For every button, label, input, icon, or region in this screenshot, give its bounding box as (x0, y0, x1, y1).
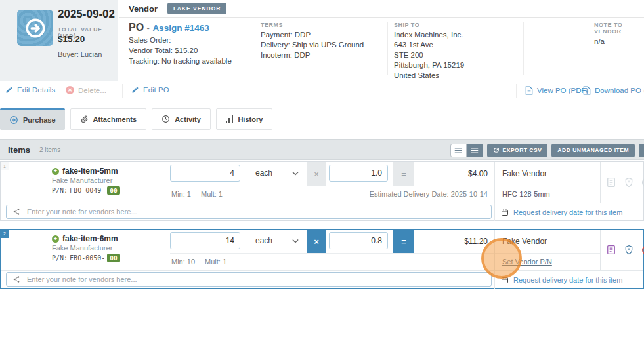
compact-view-button[interactable] (467, 144, 483, 157)
divider (494, 162, 495, 203)
ship-to-line: 643 1st Ave (394, 41, 464, 49)
po-info-column: PO - Assign #1463 Sales Order: Vendor To… (129, 22, 232, 65)
divider (494, 230, 495, 270)
po-date: 2025-09-02 (58, 8, 115, 21)
tab-attachments-label: Attachments (93, 115, 137, 123)
note-doc-icon[interactable] (607, 245, 616, 255)
share-icon (12, 275, 20, 283)
detailed-view-button[interactable] (450, 144, 467, 157)
export-icon (493, 147, 500, 153)
export-csv-button[interactable]: EXPORT CSV (487, 144, 548, 157)
divider (523, 22, 524, 75)
terms-column: TERMS Payment: DDP Delivery: Ship via UP… (261, 22, 364, 59)
add-unmanaged-item-button[interactable]: ADD UNMANAGED ITEM (551, 144, 635, 157)
request-delivery-link[interactable]: Request delivery date for this item (513, 209, 622, 216)
item-action-icons (600, 230, 644, 270)
item-row: 1 + fake-item-5mm Fake Manufacturer P/N:… (0, 161, 644, 221)
tab-history[interactable]: History (216, 108, 272, 130)
unit-value: each (255, 236, 272, 245)
request-delivery-area: Request delivery date for this item (494, 203, 643, 221)
clock-icon (161, 115, 170, 123)
terms-incoterm: Incoterm: DDP (261, 51, 364, 59)
share-icon (12, 208, 20, 216)
terms-delivery: Delivery: Ship via UPS Ground (261, 41, 364, 49)
quantity-input[interactable] (170, 165, 240, 182)
partial-button[interactable] (639, 144, 644, 157)
ship-to-line: Index Machines, Inc. (394, 31, 464, 39)
items-header-bar: Items 2 items EXPORT CSV ADD UNMANAGED I… (0, 139, 644, 160)
edit-details-button[interactable]: Edit Details (5, 86, 55, 94)
divider (122, 84, 123, 98)
edit-details-label: Edit Details (17, 86, 55, 94)
ship-to-line: United States (394, 71, 464, 79)
mult-order: Mult: 1 (201, 190, 223, 198)
request-delivery-link[interactable]: Request delivery date for this item (513, 276, 622, 284)
pencil-icon (5, 86, 13, 94)
edit-po-button[interactable]: Edit PO (131, 86, 169, 94)
ship-to-column: SHIP TO Index Machines, Inc. 643 1st Ave… (394, 22, 464, 79)
unit-select[interactable]: each (245, 232, 304, 249)
calendar-icon (501, 276, 509, 284)
vendor-note-input[interactable] (26, 275, 485, 284)
set-vendor-pn-link[interactable]: Set Vendor P/N (502, 254, 552, 270)
action-row: Edit Details ✕ Delete... Edit PO View PO… (0, 81, 644, 102)
tab-purchase[interactable]: Purchase (0, 108, 65, 130)
shield-icon (624, 177, 633, 188)
po-assign-link[interactable]: Assign #1463 (152, 23, 209, 33)
calendar-icon (501, 209, 509, 216)
multiply-operator: × (307, 230, 326, 253)
mult-order: Mult: 1 (205, 258, 226, 266)
terms-label: TERMS (261, 22, 364, 28)
unit-price-input[interactable] (329, 232, 388, 249)
line-total: $11.20 (414, 230, 488, 253)
vendor-note-row: Request delivery date for this item (1, 270, 643, 288)
item-manufacturer: Fake Manufacturer (52, 244, 120, 252)
vendor-bar: Vendor FAKE VENDOR (119, 0, 644, 18)
vendor-part-number: HFC-128-5mm (502, 186, 550, 203)
circle-arrow-icon (24, 17, 47, 39)
vendor-badge: FAKE VENDOR (167, 3, 226, 14)
po-title: PO (129, 22, 144, 33)
equals-operator: = (393, 230, 414, 253)
view-po-label: View PO (PDF) (537, 87, 588, 94)
buyer: Buyer: Lucian (58, 50, 102, 58)
quantity-input[interactable] (170, 232, 240, 249)
unit-value: each (255, 169, 272, 178)
ship-to-line: Pittsburgh, PA 15219 (394, 61, 464, 69)
ship-to-line: STE 200 (394, 51, 464, 59)
divider (387, 22, 388, 75)
chevron-down-icon (292, 239, 299, 243)
list-compact-icon (471, 147, 479, 154)
list-detail-icon (454, 147, 462, 154)
tab-purchase-label: Purchase (23, 116, 56, 124)
item-row: 2 + fake-item-6mm Fake Manufacturer P/N:… (0, 229, 644, 289)
unit-select[interactable]: each (245, 165, 304, 182)
items-bar-controls: EXPORT CSV ADD UNMANAGED ITEM (450, 140, 644, 161)
tab-activity-label: Activity (175, 115, 201, 123)
vendor-label: Vendor (129, 4, 158, 14)
download-po-pdf-button[interactable]: Download PO (PDF) (583, 86, 644, 95)
x-circle-icon: ✕ (66, 86, 74, 94)
item-name: fake-item-6mm (62, 234, 118, 243)
vendor-note-input[interactable] (26, 207, 485, 216)
view-po-pdf-button[interactable]: View PO (PDF) (525, 86, 588, 95)
item-vendor: Fake Vendor (502, 230, 547, 253)
unit-price-input[interactable] (329, 165, 388, 182)
note-to-vendor-label: NOTE TO VENDOR (594, 22, 644, 35)
request-delivery-area: Request delivery date for this item (494, 271, 643, 289)
item-info: + fake-item-6mm Fake Manufacturer P/N: F… (52, 234, 120, 262)
tab-activity[interactable]: Activity (152, 108, 211, 130)
shield-icon[interactable] (624, 245, 633, 255)
tab-attachments[interactable]: Attachments (70, 108, 147, 130)
pn-revision-badge: 00 (107, 254, 119, 262)
circle-arrow-icon (9, 115, 18, 125)
note-to-vendor-value: n/a (594, 37, 644, 45)
note-doc-icon (607, 177, 616, 188)
delete-button[interactable]: ✕ Delete... (66, 86, 106, 94)
equals-operator: = (393, 162, 414, 186)
pn-value: FBO-0049- (70, 187, 105, 194)
pn-revision-badge: 00 (107, 186, 119, 195)
expand-plus-icon[interactable]: + (52, 235, 59, 243)
item-action-icons (600, 162, 644, 203)
expand-plus-icon[interactable]: + (52, 168, 59, 175)
